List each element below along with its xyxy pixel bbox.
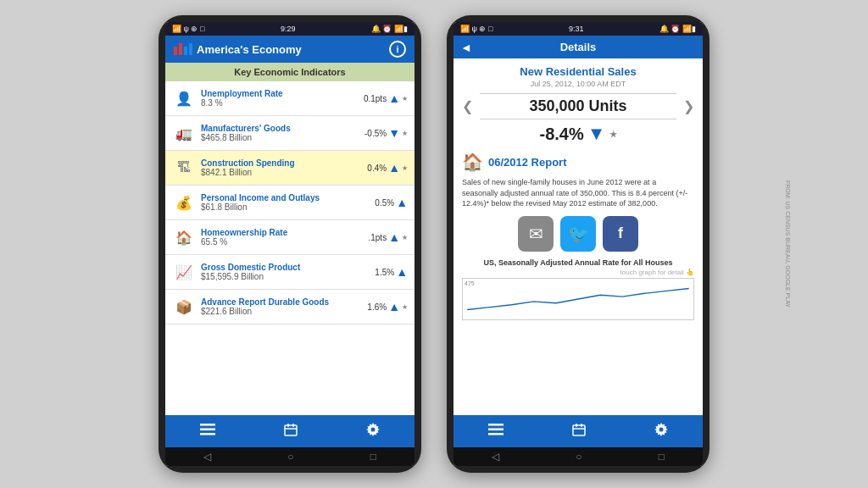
construction-info: Construction Spending $842.1 Billion	[201, 158, 362, 177]
gdp-value: $15,595.9 Billion	[201, 272, 370, 281]
logo-bar-1	[174, 47, 177, 55]
right-android-nav: ◁ ○ □	[453, 447, 703, 466]
report-text: Sales of new single-family houses in Jun…	[462, 177, 694, 209]
calendar-nav-button[interactable]	[572, 423, 586, 440]
logo-bar-4	[189, 43, 192, 55]
gdp-info: Gross Domestic Product $15,595.9 Billion	[201, 263, 370, 281]
left-status-time: 9:29	[281, 25, 296, 33]
indicator-row[interactable]: 👤 Unemployment Rate 8.3 % 0.1pts ▲ ★	[165, 81, 415, 116]
durable-goods-value: $221.6 Billion	[201, 307, 362, 316]
unemployment-info: Unemployment Rate 8.3 %	[201, 89, 359, 108]
unemployment-value: 8.3 %	[201, 98, 359, 108]
graph-area[interactable]: 475	[462, 278, 694, 320]
homeownership-name: Homeownership Rate	[201, 228, 363, 237]
indicator-row[interactable]: 📈 Gross Domestic Product $15,595.9 Billi…	[165, 255, 415, 290]
right-phone: 📶 ψ ⊕ □ 9:31 🔔 ⏰ 📶▮ ◄ Details New Reside…	[447, 15, 709, 473]
list-nav-button[interactable]	[488, 424, 504, 439]
twitter-icon: 🐦	[568, 224, 589, 244]
indicator-row[interactable]: 📦 Advance Report Durable Goods $221.6 Bi…	[165, 290, 415, 324]
up-arrow-icon: ▲	[388, 92, 400, 105]
back-button[interactable]: ◁	[203, 451, 211, 463]
svg-rect-10	[488, 424, 504, 426]
unemployment-change: 0.1pts ▲ ★	[364, 92, 408, 105]
info-button[interactable]: i	[389, 41, 406, 58]
details-title: Details	[560, 41, 597, 53]
recent-button[interactable]: □	[659, 451, 665, 463]
app-header: America's Economy i	[165, 36, 415, 63]
left-status-bar: 📶 ψ ⊕ □ 9:29 🔔 ⏰ 📶▮	[165, 22, 415, 36]
homeownership-info: Homeownership Rate 65.5 %	[201, 228, 363, 247]
construction-name: Construction Spending	[201, 158, 362, 168]
share-buttons: ✉ 🐦 f	[462, 216, 694, 252]
big-down-arrow-icon: ▼	[587, 123, 606, 145]
manufacturers-icon: 🚛	[172, 121, 196, 145]
manufacturers-name: Manufacturers' Goods	[201, 124, 359, 133]
svg-rect-1	[200, 429, 215, 431]
left-status-left: 📶 ψ ⊕ □	[172, 25, 204, 33]
svg-rect-11	[488, 429, 504, 431]
personal-income-name: Personal Income and Outlays	[201, 193, 370, 202]
next-arrow-button[interactable]: ❯	[683, 98, 694, 114]
list-nav-button[interactable]	[200, 424, 215, 439]
unemployment-icon: 👤	[172, 86, 196, 110]
calendar-nav-button[interactable]	[284, 423, 298, 440]
change-value: -8.4%	[539, 125, 583, 144]
up-arrow-icon: ▲	[396, 196, 408, 209]
unemployment-name: Unemployment Rate	[201, 89, 359, 98]
svg-rect-12	[488, 433, 504, 435]
report-title: 06/2012 Report	[488, 156, 567, 169]
details-indicator-name: New Residential Sales	[462, 65, 694, 78]
right-bottom-nav	[453, 415, 703, 447]
settings-nav-button[interactable]	[654, 423, 668, 440]
recent-button[interactable]: □	[370, 451, 376, 463]
indicator-row[interactable]: 💰 Personal Income and Outlays $61.8 Bill…	[165, 186, 415, 220]
settings-nav-button[interactable]	[366, 423, 380, 440]
homeownership-change: .1pts ▲ ★	[368, 230, 408, 244]
gdp-icon: 📈	[172, 260, 196, 284]
source-text: FROM: US CENSUS BUREAU, GOOGLE PLAY	[784, 180, 790, 308]
logo-bar-3	[184, 47, 187, 55]
durable-goods-change: 1.6% ▲ ★	[367, 300, 408, 313]
down-arrow-icon: ▼	[388, 126, 400, 140]
left-screen: 📶 ψ ⊕ □ 9:29 🔔 ⏰ 📶▮ America's Economy i	[165, 22, 415, 466]
starred-icon: ★	[609, 130, 617, 139]
back-button[interactable]: ◁	[492, 451, 499, 463]
touch-hint: touch graph for detail 👆	[462, 269, 694, 276]
durable-goods-info: Advance Report Durable Goods $221.6 Bill…	[201, 297, 362, 316]
indicator-row[interactable]: 🏗 Construction Spending $842.1 Billion 0…	[165, 151, 415, 186]
right-screen: 📶 ψ ⊕ □ 9:31 🔔 ⏰ 📶▮ ◄ Details New Reside…	[453, 22, 703, 466]
logo-bars	[174, 43, 192, 55]
app-logo: America's Economy	[174, 43, 302, 56]
prev-arrow-button[interactable]: ❮	[462, 98, 473, 114]
house-icon: 🏠	[462, 152, 483, 172]
facebook-icon: f	[618, 225, 623, 242]
app-title: America's Economy	[197, 43, 302, 56]
twitter-share-button[interactable]: 🐦	[560, 216, 596, 252]
construction-icon: 🏗	[172, 156, 196, 180]
page-wrapper: 📶 ψ ⊕ □ 9:29 🔔 ⏰ 📶▮ America's Economy i	[0, 0, 868, 488]
back-button[interactable]: ◄	[460, 41, 472, 54]
svg-rect-0	[200, 424, 215, 426]
manufacturers-value: $465.8 Billion	[201, 133, 359, 142]
up-arrow-icon: ▲	[388, 161, 400, 175]
logo-bar-2	[179, 43, 182, 55]
indicator-row[interactable]: 🚛 Manufacturers' Goods $465.8 Billion -0…	[165, 116, 415, 151]
facebook-share-button[interactable]: f	[603, 216, 638, 252]
section-header: Key Economic Indicators	[165, 63, 415, 81]
personal-income-value: $61.8 Billion	[201, 202, 370, 212]
left-phone: 📶 ψ ⊕ □ 9:29 🔔 ⏰ 📶▮ America's Economy i	[159, 15, 421, 473]
svg-rect-13	[573, 425, 585, 435]
left-bottom-nav	[165, 415, 415, 447]
graph-y-label: 475	[465, 280, 475, 286]
left-android-nav: ◁ ○ □	[165, 447, 415, 466]
left-status-right: 🔔 ⏰ 📶▮	[371, 25, 408, 33]
home-button[interactable]: ○	[287, 451, 293, 463]
svg-point-17	[659, 428, 664, 432]
personal-income-info: Personal Income and Outlays $61.8 Billio…	[201, 193, 370, 212]
indicator-row[interactable]: 🏠 Homeownership Rate 65.5 % .1pts ▲ ★	[165, 220, 415, 255]
svg-point-8	[371, 428, 376, 432]
email-share-button[interactable]: ✉	[518, 216, 554, 252]
right-status-left: 📶 ψ ⊕ □	[460, 25, 492, 33]
home-button[interactable]: ○	[576, 451, 581, 463]
details-change: -8.4% ▼ ★	[462, 123, 694, 145]
